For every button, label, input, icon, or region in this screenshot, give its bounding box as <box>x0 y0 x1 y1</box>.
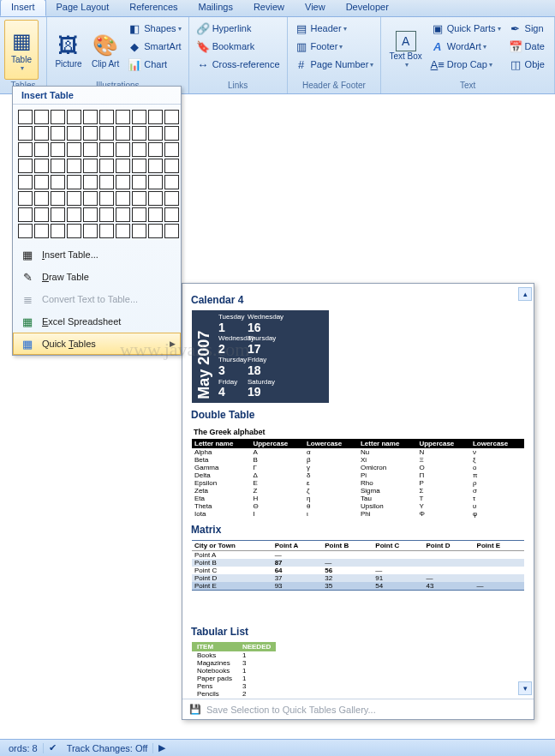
grid-cell[interactable] <box>34 110 49 124</box>
grid-cell[interactable] <box>67 110 81 124</box>
grid-cell[interactable] <box>132 224 146 238</box>
grid-cell[interactable] <box>99 191 114 206</box>
grid-cell[interactable] <box>18 142 33 157</box>
grid-cell[interactable] <box>164 159 179 173</box>
hyperlink-button[interactable]: 🔗Hyperlink <box>194 20 283 37</box>
grid-cell[interactable] <box>67 224 81 238</box>
tab-page-layout[interactable]: Page Layout <box>46 0 120 16</box>
picture-button[interactable]: 🖼Picture <box>51 20 86 80</box>
grid-cell[interactable] <box>99 110 114 124</box>
grid-cell[interactable] <box>51 175 65 189</box>
grid-cell[interactable] <box>34 159 49 173</box>
menu-draw-table[interactable]: ✎Draw Table <box>13 266 181 288</box>
grid-cell[interactable] <box>116 191 130 206</box>
tab-mailings[interactable]: Mailings <box>188 0 243 16</box>
macro-icon[interactable]: ▶ <box>158 742 165 753</box>
gallery-item-matrix[interactable]: City or TownPoint APoint BPoint CPoint D… <box>191 539 525 591</box>
pagenumber-button[interactable]: #Page Number▾ <box>292 56 377 73</box>
grid-cell[interactable] <box>34 175 49 189</box>
grid-cell[interactable] <box>18 224 33 238</box>
gallery-item-tabular-list[interactable]: ITEMNEEDEDBooks1Magazines3Notebooks1Pape… <box>191 641 525 699</box>
grid-cell[interactable] <box>83 159 98 173</box>
status-word-count[interactable]: ords: 8 <box>3 743 44 753</box>
grid-cell[interactable] <box>116 110 130 124</box>
footer-button[interactable]: ▥Footer▾ <box>292 38 377 55</box>
grid-cell[interactable] <box>51 224 65 238</box>
grid-cell[interactable] <box>116 175 130 189</box>
dropcap-button[interactable]: A≡Drop Cap▾ <box>428 56 504 73</box>
grid-cell[interactable] <box>132 191 146 206</box>
shapes-button[interactable]: ◧Shapes▾ <box>125 20 183 37</box>
grid-cell[interactable] <box>51 142 65 157</box>
grid-cell[interactable] <box>164 175 179 189</box>
grid-cell[interactable] <box>83 175 98 189</box>
signature-button[interactable]: ✒Sign <box>506 20 547 37</box>
menu-quick-tables[interactable]: ▦Quick Tables▶ <box>13 333 181 355</box>
grid-cell[interactable] <box>164 207 179 222</box>
grid-cell[interactable] <box>18 207 33 222</box>
grid-cell[interactable] <box>132 175 146 189</box>
grid-cell[interactable] <box>164 126 179 141</box>
grid-cell[interactable] <box>67 191 81 206</box>
grid-cell[interactable] <box>34 207 49 222</box>
tab-references[interactable]: References <box>119 0 188 16</box>
tab-view[interactable]: View <box>295 0 336 16</box>
grid-cell[interactable] <box>83 142 98 157</box>
header-button[interactable]: ▤Header▾ <box>292 20 377 37</box>
grid-cell[interactable] <box>99 126 114 141</box>
gallery-item-calendar4[interactable]: May 2007 Tuesday1Wednesday16Wednesday2Th… <box>191 309 525 404</box>
grid-cell[interactable] <box>67 126 81 141</box>
grid-cell[interactable] <box>51 191 65 206</box>
grid-cell[interactable] <box>51 207 65 222</box>
insert-table-grid[interactable] <box>13 105 181 243</box>
tab-insert[interactable]: Insert <box>0 0 46 16</box>
spellcheck-icon[interactable]: ✔ <box>49 742 57 753</box>
grid-cell[interactable] <box>18 110 33 124</box>
grid-cell[interactable] <box>116 159 130 173</box>
datetime-button[interactable]: 📅Date <box>506 38 547 55</box>
tab-developer[interactable]: Developer <box>336 0 399 16</box>
grid-cell[interactable] <box>148 207 163 222</box>
grid-cell[interactable] <box>67 142 81 157</box>
grid-cell[interactable] <box>148 142 163 157</box>
grid-cell[interactable] <box>148 224 163 238</box>
grid-cell[interactable] <box>34 224 49 238</box>
grid-cell[interactable] <box>148 175 163 189</box>
object-button[interactable]: ◫Obje <box>506 56 547 73</box>
grid-cell[interactable] <box>18 175 33 189</box>
grid-cell[interactable] <box>99 142 114 157</box>
grid-cell[interactable] <box>83 207 98 222</box>
grid-cell[interactable] <box>132 110 146 124</box>
quickparts-button[interactable]: ▣Quick Parts▾ <box>428 20 504 37</box>
grid-cell[interactable] <box>34 142 49 157</box>
grid-cell[interactable] <box>34 126 49 141</box>
grid-cell[interactable] <box>99 207 114 222</box>
grid-cell[interactable] <box>99 224 114 238</box>
textbox-button[interactable]: AText Box▾ <box>385 20 425 80</box>
grid-cell[interactable] <box>164 224 179 238</box>
grid-cell[interactable] <box>67 175 81 189</box>
grid-cell[interactable] <box>67 159 81 173</box>
gallery-item-double-table[interactable]: The Greek alphabet Letter nameUppercaseL… <box>191 424 525 519</box>
smartart-button[interactable]: ◆SmartArt <box>125 38 183 55</box>
grid-cell[interactable] <box>116 224 130 238</box>
grid-cell[interactable] <box>18 126 33 141</box>
grid-cell[interactable] <box>51 110 65 124</box>
table-button[interactable]: ▦ Table ▾ <box>4 20 39 80</box>
grid-cell[interactable] <box>132 207 146 222</box>
menu-insert-table[interactable]: ▦Insert Table... <box>13 243 181 266</box>
crossref-button[interactable]: ↔Cross-reference <box>194 56 283 73</box>
grid-cell[interactable] <box>164 191 179 206</box>
grid-cell[interactable] <box>99 175 114 189</box>
grid-cell[interactable] <box>148 191 163 206</box>
grid-cell[interactable] <box>67 207 81 222</box>
grid-cell[interactable] <box>99 159 114 173</box>
bookmark-button[interactable]: 🔖Bookmark <box>194 38 283 55</box>
grid-cell[interactable] <box>148 159 163 173</box>
menu-excel-spreadsheet[interactable]: ▦Excel Spreadsheet <box>13 310 181 333</box>
grid-cell[interactable] <box>132 126 146 141</box>
grid-cell[interactable] <box>116 207 130 222</box>
grid-cell[interactable] <box>51 126 65 141</box>
grid-cell[interactable] <box>51 159 65 173</box>
grid-cell[interactable] <box>18 159 33 173</box>
